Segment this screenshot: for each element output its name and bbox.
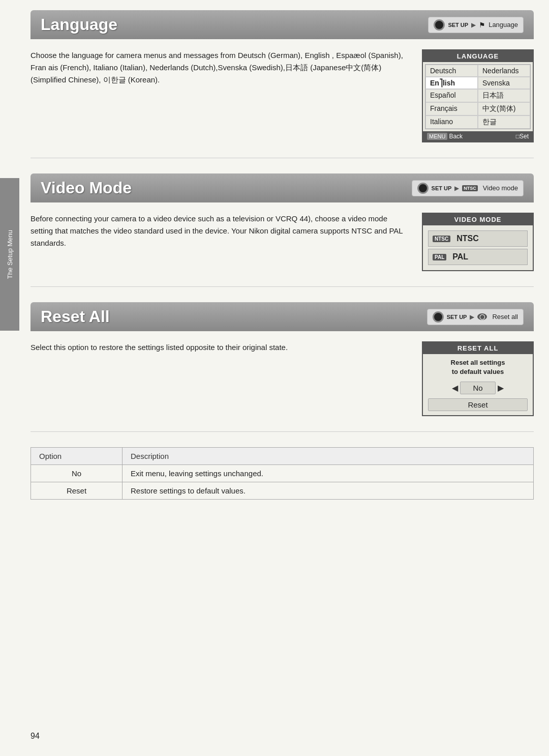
set-label: □Set bbox=[516, 133, 529, 140]
ntsc-label: NTSC bbox=[456, 234, 479, 243]
list-item: 中文(简体) bbox=[478, 102, 530, 115]
table-cell-option: No bbox=[31, 465, 123, 482]
pal-option[interactable]: PAL PAL bbox=[428, 249, 528, 265]
reset-description: Reset all settingsto default values bbox=[428, 358, 528, 376]
setup-button-icon bbox=[433, 311, 444, 323]
reset-title: Reset All bbox=[41, 307, 110, 326]
language-header: Language SET UP ▶ ⚑ Language bbox=[30, 10, 534, 39]
reset-selector: ◀ No ▶ bbox=[428, 382, 528, 394]
menu-back-label: MENUBack bbox=[427, 133, 463, 140]
list-item: Deutsch bbox=[425, 65, 478, 77]
setup-button-icon bbox=[417, 183, 429, 194]
language-breadcrumb: SET UP ▶ ⚑ Language bbox=[428, 17, 524, 33]
language-panel: LANGUAGE Deutsch Nederlands En⎤lish Sven… bbox=[422, 49, 534, 142]
breadcrumb-arrow: ▶ bbox=[471, 21, 476, 28]
breadcrumb-arrow: ▶ bbox=[470, 313, 474, 321]
language-section: Language SET UP ▶ ⚑ Language Choose the … bbox=[30, 10, 534, 158]
options-table: Option Description No Exit menu, leaving… bbox=[30, 447, 534, 500]
reset-icon: ◯ bbox=[477, 313, 487, 320]
setup-label: SET UP bbox=[432, 185, 452, 191]
list-item: Français bbox=[425, 102, 478, 115]
video-breadcrumb: SET UP ▶ NTSC Video mode bbox=[412, 180, 524, 196]
table-cell-description: Exit menu, leaving settings unchanged. bbox=[123, 465, 534, 482]
video-panel: VIDEO MODE NTSC NTSC PAL PAL bbox=[422, 213, 534, 271]
left-arrow-icon[interactable]: ◀ bbox=[452, 383, 458, 393]
reset-header: Reset All SET UP ▶ ◯ Reset all bbox=[30, 302, 534, 331]
language-text: Choose the language for camera menus and… bbox=[30, 49, 412, 142]
reset-button[interactable]: Reset bbox=[428, 398, 528, 411]
video-panel-title: VIDEO MODE bbox=[423, 214, 533, 225]
language-bottom-bar: MENUBack □Set bbox=[423, 131, 533, 141]
setup-label: SET UP bbox=[448, 22, 468, 28]
list-item: Nederlands bbox=[478, 65, 530, 77]
language-panel-title: LANGUAGE bbox=[423, 50, 533, 62]
reset-panel-title: RESET ALL bbox=[423, 342, 533, 354]
breadcrumb-item: Reset all bbox=[492, 313, 518, 321]
language-grid: Deutsch Nederlands En⎤lish Svenska Españ… bbox=[425, 64, 531, 129]
breadcrumb-item: Language bbox=[489, 21, 518, 28]
table-header-option: Option bbox=[31, 448, 123, 465]
reset-text: Select this option to restore the settin… bbox=[30, 341, 412, 416]
pal-label: PAL bbox=[452, 252, 468, 261]
video-text: Before connecting your camera to a video… bbox=[30, 213, 412, 271]
table-cell-option: Reset bbox=[31, 482, 123, 500]
table-header-description: Description bbox=[123, 448, 534, 465]
list-item: Italiano bbox=[425, 115, 478, 129]
breadcrumb-arrow: ▶ bbox=[454, 185, 459, 192]
video-header: Video Mode SET UP ▶ NTSC Video mode bbox=[30, 173, 534, 202]
reset-panel-inner: Reset all settingsto default values ◀ No… bbox=[423, 354, 533, 415]
language-flag-icon: ⚑ bbox=[479, 21, 485, 29]
reset-panel: RESET ALL Reset all settingsto default v… bbox=[422, 341, 534, 416]
video-body: Before connecting your camera to a video… bbox=[30, 202, 534, 287]
table-row: No Exit menu, leaving settings unchanged… bbox=[31, 465, 534, 482]
video-options: NTSC NTSC PAL PAL bbox=[423, 225, 533, 270]
list-item: 한글 bbox=[478, 115, 530, 129]
pal-icon: PAL bbox=[433, 254, 446, 260]
right-arrow-icon[interactable]: ▶ bbox=[498, 383, 504, 393]
reset-value: No bbox=[460, 382, 495, 394]
sidebar-label: The Setup Menu bbox=[6, 230, 14, 279]
setup-label: SET UP bbox=[447, 314, 467, 320]
list-item: 日本語 bbox=[478, 89, 530, 102]
language-title: Language bbox=[41, 15, 117, 34]
list-item: Español bbox=[425, 89, 478, 102]
ntsc-badge-icon: NTSC bbox=[462, 185, 478, 191]
reset-breadcrumb: SET UP ▶ ◯ Reset all bbox=[427, 309, 524, 325]
table-row: Reset Restore settings to default values… bbox=[31, 482, 534, 500]
page-number: 94 bbox=[30, 732, 40, 741]
list-item: En⎤lish bbox=[425, 77, 478, 89]
list-item: Svenska bbox=[478, 77, 530, 89]
video-title: Video Mode bbox=[41, 179, 132, 197]
ntsc-option[interactable]: NTSC NTSC bbox=[428, 230, 528, 247]
reset-section: Reset All SET UP ▶ ◯ Reset all Select th… bbox=[30, 302, 534, 432]
table-cell-description: Restore settings to default values. bbox=[123, 482, 534, 500]
language-body: Choose the language for camera menus and… bbox=[30, 39, 534, 158]
setup-button-icon bbox=[434, 19, 445, 31]
breadcrumb-item: Video mode bbox=[483, 184, 518, 192]
ntsc-icon: NTSC bbox=[433, 236, 450, 242]
reset-body: Select this option to restore the settin… bbox=[30, 331, 534, 432]
video-section: Video Mode SET UP ▶ NTSC Video mode Befo… bbox=[30, 173, 534, 287]
sidebar-tab: The Setup Menu bbox=[0, 178, 19, 331]
